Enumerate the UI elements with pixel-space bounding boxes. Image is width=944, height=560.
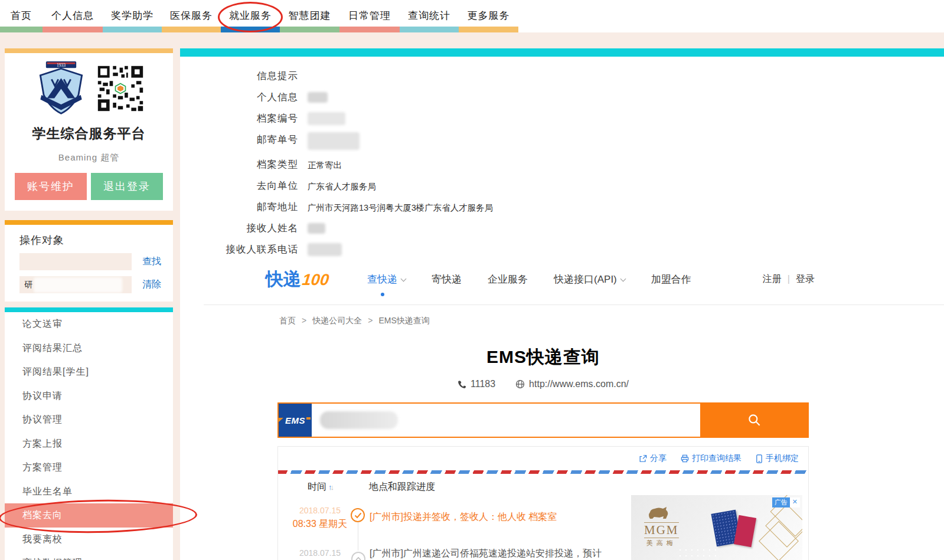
nav-medical-label: 医保服务: [162, 0, 221, 22]
operation-target-field[interactable]: 研: [19, 276, 132, 293]
tracking-search-box: EMS: [277, 402, 809, 438]
ad-close-icon[interactable]: ✕: [790, 497, 800, 507]
redacted-personal-info: [308, 92, 328, 103]
phone-icon: [458, 380, 466, 389]
info-label-destination: 去向单位: [180, 179, 298, 192]
menu-agreement-manage[interactable]: 协议管理: [5, 408, 173, 432]
nav-track-parcel[interactable]: 查快递: [367, 273, 406, 286]
menu-paper-submit[interactable]: 论文送审: [5, 312, 173, 336]
find-link[interactable]: 查找: [142, 256, 161, 268]
nav-scholarship[interactable]: 奖学助学: [103, 0, 162, 32]
nav-api-label: 快递接口(API): [554, 274, 617, 285]
search-icon: [747, 412, 762, 428]
menu-agreement-apply[interactable]: 协议申请: [5, 384, 173, 408]
nav-home-underline: [0, 27, 43, 32]
nav-track-parcel-label: 查快递: [367, 274, 397, 285]
sort-icon[interactable]: ↑↓: [328, 483, 332, 492]
globe-icon: [515, 379, 525, 389]
redacted-tracking-number: [320, 411, 398, 429]
nav-scholarship-underline: [103, 27, 162, 32]
current-user: Beaming 超管: [5, 152, 173, 163]
nav-medical[interactable]: 医保服务: [162, 0, 221, 32]
ad-dot-pattern: [677, 547, 718, 560]
operation-search-input[interactable]: [19, 253, 132, 270]
account-maintenance-button[interactable]: 账号维护: [15, 173, 87, 200]
svg-text:1933: 1933: [57, 63, 66, 68]
menu-review-summary[interactable]: 评阅结果汇总: [5, 336, 173, 361]
menu-plan-manage[interactable]: 方案管理: [5, 456, 173, 480]
print-action[interactable]: 打印查询结果: [681, 453, 742, 464]
track-row-date: 2018.07.15: [287, 548, 353, 558]
track-row-time: 08:33 星期天: [287, 518, 353, 530]
nav-send-parcel[interactable]: 寄快递: [432, 273, 462, 286]
breadcrumb-companies[interactable]: 快递公司大全: [312, 316, 362, 326]
airmail-border: [278, 470, 808, 474]
mgm-brand-cn: 美高梅: [644, 538, 679, 548]
share-action[interactable]: 分享: [639, 453, 667, 464]
menu-leave-data-manage[interactable]: 离校数据管理: [5, 551, 173, 560]
logout-button[interactable]: 退出登录: [91, 173, 163, 200]
column-progress: 地点和跟踪进度: [369, 481, 435, 493]
mail-address-value: 广州市天河路13号润粤大厦3楼广东省人才服务局: [308, 201, 493, 214]
menu-plan-report[interactable]: 方案上报: [5, 432, 173, 456]
operation-target-card: 操作对象 查找 研 清除: [5, 220, 173, 302]
chevron-down-icon: [401, 276, 407, 281]
operation-target-value: 研: [24, 280, 32, 289]
main-content-panel: 信息提示 个人信息 档案编号 邮寄单号 档案类型正常寄出 去向单位广东省人才服务…: [180, 48, 944, 560]
archive-info-section: 信息提示 个人信息 档案编号 邮寄单号 档案类型正常寄出 去向单位广东省人才服务…: [180, 70, 944, 256]
nav-league[interactable]: 智慧团建: [280, 0, 339, 32]
mobile-icon: [756, 454, 763, 463]
phone-bind-action[interactable]: 手机绑定: [756, 453, 799, 464]
nav-more[interactable]: 更多服务: [459, 0, 518, 32]
info-label-receiver-name: 接收人姓名: [180, 222, 298, 235]
nav-enterprise-service[interactable]: 企业服务: [488, 273, 528, 286]
menu-review-student[interactable]: 评阅结果[学生]: [5, 360, 173, 384]
menu-leave-school[interactable]: 我要离校: [5, 528, 173, 552]
nav-statistics[interactable]: 查询统计: [400, 0, 459, 32]
menu-graduate-list[interactable]: 毕业生名单: [5, 480, 173, 504]
menu-archive-direction[interactable]: 档案去向: [5, 503, 173, 528]
page-title: EMS快递查询: [277, 345, 809, 369]
nav-personal-info-label: 个人信息: [43, 0, 103, 22]
info-label-receiver-phone: 接收人联系电话: [180, 243, 298, 256]
column-time[interactable]: 时间↑↓: [308, 481, 332, 493]
column-time-label: 时间: [308, 482, 326, 492]
card-accent-bar: [5, 307, 173, 312]
sidebar-menu-card: 论文送审 评阅结果汇总 评阅结果[学生] 协议申请 协议管理 方案上报 方案管理…: [5, 307, 173, 560]
breadcrumb-separator: >: [302, 316, 306, 326]
card-accent-bar: [5, 220, 173, 225]
search-button[interactable]: [700, 402, 809, 438]
tracking-results-panel: 分享 打印查询结果 手机绑定 时间↑↓ 地点和跟踪进度 2018.07.15 0: [277, 446, 809, 560]
lion-icon: [644, 506, 671, 521]
nav-home[interactable]: 首页: [0, 0, 43, 32]
nav-personal-info-underline: [43, 27, 103, 32]
nav-scholarship-label: 奖学助学: [103, 0, 162, 22]
phone-contact: 11183: [458, 379, 495, 389]
ems-logo: EMS: [279, 404, 312, 437]
kuaidi100-logo[interactable]: 快递 100: [266, 267, 329, 292]
breadcrumb-ems-query[interactable]: EMS快递查询: [378, 316, 429, 326]
website-contact[interactable]: http://www.ems.com.cn/: [515, 379, 629, 389]
tracking-number-input[interactable]: [312, 404, 700, 437]
breadcrumb: 首页 > 快递公司大全 > EMS快递查询: [277, 316, 809, 326]
nav-partnership[interactable]: 加盟合作: [651, 273, 691, 286]
nav-more-label: 更多服务: [459, 0, 518, 22]
nav-employment[interactable]: 就业服务: [221, 0, 280, 32]
clear-link[interactable]: 清除: [142, 279, 161, 291]
kuaidi100-nav: 快递 100 查快递 寄快递 企业服务 快递接口(API) 加盟合作 注册 | …: [180, 264, 944, 294]
mgm-brand: MGM: [644, 522, 679, 538]
advertisement[interactable]: 广告 ✕ MGM 美高梅: [631, 495, 802, 560]
nav-daily[interactable]: 日常管理: [339, 0, 400, 32]
breadcrumb-home[interactable]: 首页: [279, 316, 296, 326]
nav-daily-underline: [339, 27, 400, 32]
section-divider: [204, 304, 944, 305]
login-link[interactable]: 登录: [796, 273, 815, 286]
info-label-personal: 个人信息: [180, 91, 298, 104]
nav-league-label: 智慧团建: [280, 0, 339, 22]
nav-api[interactable]: 快递接口(API): [554, 273, 625, 286]
ad-badge-label: 广告: [772, 497, 790, 507]
timeline-connector: [358, 522, 358, 551]
register-link[interactable]: 注册: [763, 273, 782, 286]
print-label: 打印查询结果: [692, 453, 742, 464]
nav-personal-info[interactable]: 个人信息: [43, 0, 103, 32]
